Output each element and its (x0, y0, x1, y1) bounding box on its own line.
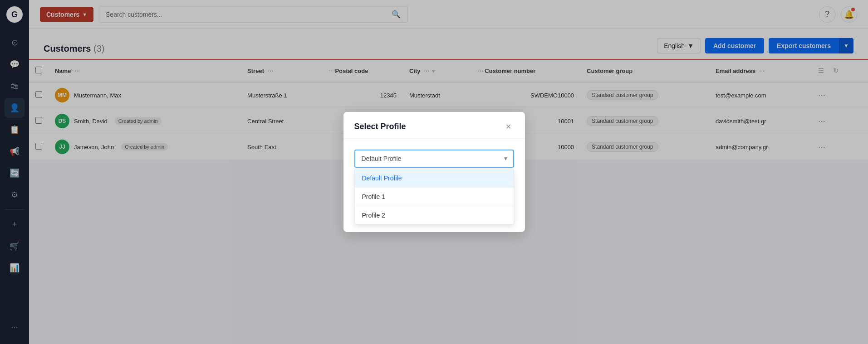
profile-dropdown-list: Default ProfileProfile 1Profile 2 (354, 169, 514, 225)
dropdown-item[interactable]: Profile 2 (355, 206, 514, 224)
modal-close-button[interactable]: × (503, 121, 514, 132)
modal-header: Select Profile × (343, 112, 525, 139)
modal-title: Select Profile (354, 122, 406, 131)
modal-overlay[interactable]: Select Profile × Default ProfileProfile … (0, 0, 868, 344)
profile-select-wrapper: Default ProfileProfile 1Profile 2 ▼ (354, 150, 514, 168)
dropdown-item[interactable]: Profile 1 (355, 188, 514, 206)
select-profile-modal: Select Profile × Default ProfileProfile … (343, 112, 525, 232)
modal-body: Default ProfileProfile 1Profile 2 ▼ Defa… (343, 139, 525, 232)
dropdown-item[interactable]: Default Profile (355, 169, 514, 187)
profile-select[interactable]: Default ProfileProfile 1Profile 2 (354, 150, 514, 168)
